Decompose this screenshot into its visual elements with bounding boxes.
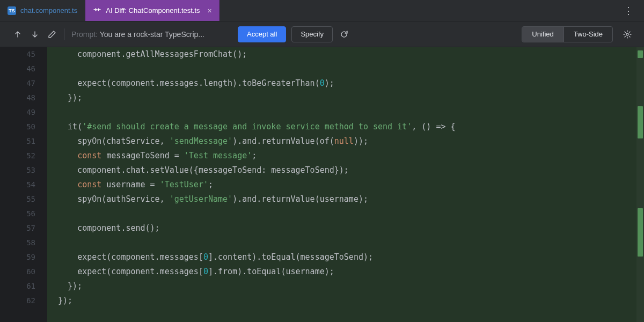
line-number: 50 [0, 120, 47, 134]
diff-minimap-stripe[interactable] [636, 47, 644, 322]
tab-bar: TS chat.component.ts AI Diff: ChatCompon… [0, 0, 644, 21]
specify-button[interactable]: Specify [291, 26, 333, 42]
line-number: 53 [0, 163, 47, 178]
view-mode-twoside[interactable]: Two-Side [564, 27, 612, 42]
line-number: 62 [0, 294, 47, 308]
line-number: 51 [0, 134, 47, 149]
diff-mark[interactable] [638, 106, 643, 138]
line-number: 47 [0, 76, 47, 91]
prompt-value: You are a rock-star TypeScrip... [100, 30, 204, 39]
line-number: 52 [0, 149, 47, 163]
line-number: 49 [0, 105, 47, 120]
settings-gear-icon[interactable] [621, 28, 633, 40]
tab-chat-component[interactable]: TS chat.component.ts [0, 0, 85, 21]
editor-area: 454647484950515253545556575859606162 com… [0, 47, 644, 322]
tab-label: AI Diff: ChatComponent.test.ts [106, 6, 200, 14]
more-menu-icon[interactable]: ⋮ [618, 5, 639, 17]
diff-toolbar: Prompt: You are a rock-star TypeScrip...… [0, 21, 644, 47]
typescript-file-icon: TS [8, 6, 16, 15]
line-number: 61 [0, 279, 47, 294]
code-content[interactable]: component.getAllMessagesFromChat(); expe… [47, 47, 644, 308]
diff-mark[interactable] [638, 50, 643, 58]
line-number: 60 [0, 265, 47, 279]
arrow-down-icon[interactable] [29, 28, 41, 40]
edit-pencil-icon[interactable] [46, 28, 58, 40]
divider [64, 28, 65, 40]
line-number: 55 [0, 192, 47, 207]
view-mode-segmented: Unified Two-Side [522, 26, 613, 42]
svg-point-0 [626, 33, 628, 35]
code-container[interactable]: component.getAllMessagesFromChat(); expe… [47, 47, 644, 322]
tab-label: chat.component.ts [20, 6, 77, 14]
diff-mark[interactable] [638, 208, 643, 257]
line-number: 54 [0, 178, 47, 192]
close-icon[interactable]: × [208, 7, 212, 14]
line-number: 59 [0, 250, 47, 265]
prompt-preview[interactable]: Prompt: You are a rock-star TypeScrip... [71, 30, 232, 39]
line-number: 48 [0, 91, 47, 105]
refresh-icon[interactable] [338, 28, 350, 40]
prompt-prefix: Prompt: [71, 30, 100, 39]
line-gutter: 454647484950515253545556575859606162 [0, 47, 47, 322]
line-number: 56 [0, 207, 47, 221]
tab-ai-diff[interactable]: AI Diff: ChatComponent.test.ts × [85, 0, 220, 21]
ai-diff-icon [93, 5, 101, 16]
line-number: 57 [0, 221, 47, 236]
accept-all-button[interactable]: Accept all [238, 26, 286, 42]
line-number: 58 [0, 236, 47, 250]
view-mode-unified[interactable]: Unified [522, 27, 563, 42]
line-number: 46 [0, 62, 47, 76]
arrow-up-icon[interactable] [12, 28, 24, 40]
line-number: 45 [0, 47, 47, 62]
